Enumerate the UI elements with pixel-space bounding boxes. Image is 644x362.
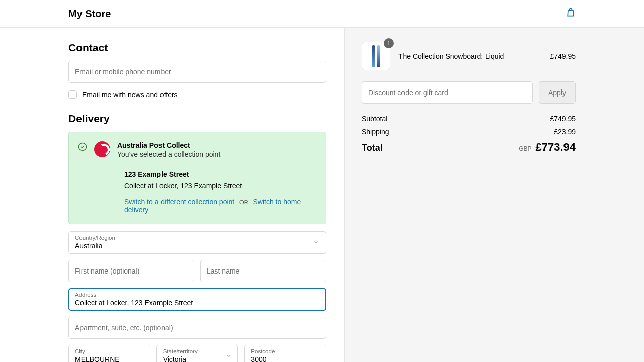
shipping-value: £23.99 <box>554 128 576 136</box>
total-amount: £773.94 <box>535 141 576 154</box>
address-field[interactable]: Address <box>68 288 326 311</box>
collect-provider: Australia Post Collect <box>117 141 220 149</box>
last-name-field[interactable] <box>200 260 326 282</box>
order-summary: 1 The Collection Snowboard: Liquid £749.… <box>344 28 644 362</box>
apartment-input[interactable] <box>75 324 319 332</box>
postcode-input[interactable] <box>251 355 319 362</box>
postcode-field[interactable]: Postcode <box>244 345 326 362</box>
address-label: Address <box>75 292 319 298</box>
subtotal-value: £749.95 <box>550 115 576 123</box>
svg-point-0 <box>79 143 87 151</box>
australia-post-logo-icon <box>94 141 110 157</box>
country-select-input[interactable]: Australia <box>75 242 319 250</box>
state-select[interactable]: State/territory Victoria <box>156 345 238 362</box>
first-name-input[interactable] <box>75 267 188 275</box>
news-checkbox[interactable] <box>68 90 77 99</box>
last-name-input[interactable] <box>207 267 319 275</box>
apply-button[interactable]: Apply <box>539 81 576 104</box>
country-select[interactable]: Country/Region Australia <box>68 231 326 254</box>
news-label: Email me with news and offers <box>82 90 178 99</box>
cart-icon[interactable] <box>566 7 576 20</box>
product-thumbnail: 1 <box>362 42 390 70</box>
email-field[interactable] <box>68 61 326 83</box>
delivery-heading: Delivery <box>68 113 326 125</box>
header: My Store <box>0 0 644 28</box>
contact-heading: Contact <box>68 42 326 54</box>
address-input[interactable] <box>75 299 319 307</box>
switch-collection-point-link[interactable]: Switch to a different collection point <box>124 198 234 206</box>
cart-item: 1 The Collection Snowboard: Liquid £749.… <box>362 42 576 70</box>
state-label: State/territory <box>163 348 232 354</box>
discount-input[interactable] <box>368 88 526 97</box>
check-circle-icon <box>78 142 87 151</box>
collect-selected-msg: You've selected a collection point <box>117 150 220 158</box>
discount-field[interactable] <box>362 81 533 104</box>
collect-street: 123 Example Street <box>124 170 316 178</box>
or-text: OR <box>239 199 248 205</box>
collect-desc: Collect at Locker, 123 Example Street <box>124 182 316 190</box>
item-name: The Collection Snowboard: Liquid <box>398 52 542 60</box>
country-label: Country/Region <box>75 235 319 241</box>
apartment-field[interactable] <box>68 317 326 339</box>
postcode-label: Postcode <box>251 348 319 354</box>
city-label: City <box>75 348 144 354</box>
total-label: Total <box>362 143 383 153</box>
email-input[interactable] <box>75 68 319 76</box>
state-select-input[interactable]: Victoria <box>163 355 232 362</box>
qty-badge: 1 <box>384 38 394 48</box>
city-field[interactable]: City <box>68 345 150 362</box>
item-price: £749.95 <box>550 52 576 60</box>
subtotal-label: Subtotal <box>362 115 387 123</box>
collection-point-panel: Australia Post Collect You've selected a… <box>68 132 326 224</box>
city-input[interactable] <box>75 355 144 362</box>
shipping-label: Shipping <box>362 128 389 136</box>
checkout-form: Contact Email me with news and offers De… <box>0 28 344 362</box>
store-name[interactable]: My Store <box>68 8 111 20</box>
currency-code: GBP <box>519 145 531 152</box>
first-name-field[interactable] <box>68 260 194 282</box>
